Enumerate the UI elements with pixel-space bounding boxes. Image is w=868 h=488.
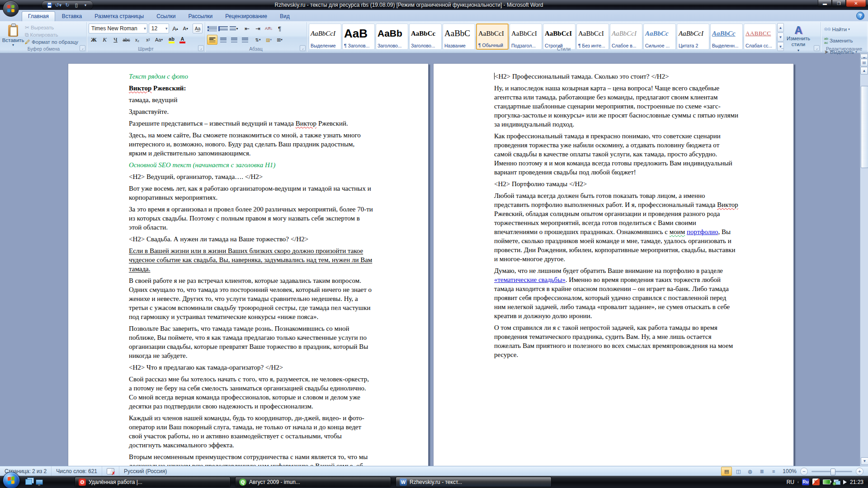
numbering-button[interactable] (218, 23, 228, 33)
tab-Ссылки[interactable]: Ссылки (151, 12, 181, 21)
undo-icon[interactable]: ↺▾ (55, 2, 62, 9)
bold-button[interactable]: Ж (89, 35, 99, 45)
taskbar-button-word[interactable]: WRzhevskiy.ru - текст... (396, 477, 552, 487)
outline-view-icon[interactable]: ≣ (756, 467, 767, 476)
scroll-up-icon[interactable]: ▲ (860, 67, 868, 75)
save-icon[interactable] (46, 2, 53, 9)
tray-expand-icon[interactable]: ‹ (797, 480, 799, 484)
document-canvas[interactable]: Текст рядом с фотоВиктор Ржевский:тамада… (0, 53, 868, 466)
restore-button[interactable]: ❐ (832, 0, 846, 7)
zoom-level[interactable]: 100% (783, 468, 797, 474)
show-desktop-icon[interactable] (34, 478, 44, 487)
word-count[interactable]: Число слов: 621 (52, 466, 102, 476)
kaspersky-icon[interactable]: K (812, 479, 820, 485)
cut-button[interactable]: ✂Вырезать (24, 24, 80, 31)
punto-switcher-icon[interactable]: Ru (802, 479, 809, 485)
editing-group-label: Редактирование (821, 46, 867, 52)
increase-indent-button[interactable]: ⇥ (253, 23, 263, 33)
zoom-out-icon[interactable]: − (800, 468, 808, 475)
show-hide-pilcrow-button[interactable]: ¶ (274, 23, 285, 33)
tab-Вид[interactable]: Вид (274, 12, 296, 21)
clipboard-dialog-launcher-icon[interactable]: ⌟ (80, 45, 85, 51)
find-button[interactable]: ⌾⌾Найти▾ (823, 24, 865, 34)
scroll-down-icon[interactable]: ▼ (861, 457, 868, 465)
office-button-icon[interactable] (3, 0, 19, 17)
clock[interactable]: 21:23 (850, 479, 863, 485)
fullscreen-reading-view-icon[interactable]: ◫ (733, 467, 744, 476)
clear-formatting-button[interactable]: A͟a (193, 23, 203, 33)
volume-icon[interactable] (843, 480, 847, 484)
line-spacing-button[interactable]: ⇅▾ (253, 35, 263, 45)
italic-button[interactable]: К (99, 35, 110, 45)
align-left-button[interactable] (207, 35, 217, 45)
paragraph-dialog-launcher-icon[interactable]: ⌟ (300, 45, 306, 51)
redo-icon[interactable]: ↻ (64, 2, 71, 9)
subscript-button[interactable]: x₂ (132, 35, 142, 45)
tab-Главная[interactable]: Главная (22, 11, 55, 21)
font-color-button[interactable]: А (177, 35, 188, 45)
superscript-button[interactable]: x² (143, 35, 153, 45)
hyperlink[interactable]: «тематические свадьбы» (494, 276, 566, 283)
format-painter-button[interactable]: 🖉Формат по образцу (24, 38, 80, 46)
grow-font-button[interactable]: A▴ (170, 23, 180, 33)
paragraph: Если в Вашей жизни или в жизни Ваших бли… (129, 246, 373, 273)
switch-windows-icon[interactable] (24, 478, 33, 487)
taskbar-button-qip[interactable]: QАвгуст 2009 - imun... (235, 477, 391, 487)
title-bar: ↺▾ ↻ ▯ ▾ Rzhevskiy.ru - тексты для ресур… (0, 0, 868, 10)
zoom-in-icon[interactable]: + (856, 468, 863, 475)
multilevel-list-button[interactable]: ▾ (229, 23, 239, 33)
scroll-thumb[interactable] (861, 86, 868, 168)
customize-qat-icon[interactable]: ▾ (82, 2, 89, 9)
zoom-slider[interactable] (811, 471, 852, 472)
tab-Рецензирование[interactable]: Рецензирование (219, 12, 273, 21)
keyboard-layout[interactable]: RU (787, 479, 794, 485)
web-layout-view-icon[interactable]: ◍ (745, 467, 755, 476)
paragraph: Думаю, что не лишним будет обратить Ваше… (494, 266, 738, 320)
copy-button[interactable]: ⧉Копировать (24, 31, 80, 38)
ruler-toggle-icon[interactable]: ▤ (860, 59, 868, 66)
align-center-button[interactable] (218, 35, 228, 45)
language-indicator[interactable]: Русский (Россия) (119, 466, 171, 476)
page-1-text[interactable]: Текст рядом с фотоВиктор Ржевский:тамада… (68, 64, 428, 466)
shading-button[interactable]: ▨▾ (264, 35, 274, 45)
page-2-text[interactable]: <H2> Профессиональный тамада. Сколько эт… (434, 64, 793, 359)
vertical-scrollbar[interactable]: ▂ ▤ ▲ ▼ (860, 53, 868, 466)
borders-button[interactable]: ⊞▾ (274, 35, 285, 45)
change-case-button[interactable]: Aa▾ (154, 35, 164, 45)
styles-scroll-down-icon[interactable]: ▼ (777, 33, 784, 42)
font-name-combo[interactable]: Times New Roman▾ (89, 23, 147, 33)
draft-view-icon[interactable]: ≡ (768, 467, 779, 476)
font-size-combo[interactable]: 12▾ (149, 23, 169, 33)
font-dialog-launcher-icon[interactable]: ⌟ (198, 45, 204, 51)
replace-button[interactable]: abacЗаменить (823, 35, 865, 46)
styles-dialog-launcher-icon[interactable]: ⌟ (814, 45, 820, 51)
tab-Вставка[interactable]: Вставка (56, 12, 88, 21)
styles-scroll-up-icon[interactable]: ▲ (777, 23, 784, 32)
tab-Рассылки[interactable]: Рассылки (182, 12, 218, 21)
hyperlink[interactable]: портфолио (687, 228, 718, 235)
underline-button[interactable]: Ч (110, 35, 121, 45)
taskbar-button-opera[interactable]: OУдалённая работа |... (75, 477, 231, 487)
align-right-button[interactable] (229, 35, 239, 45)
minimize-button[interactable]: ▬ (818, 0, 832, 7)
network-icon[interactable] (834, 479, 840, 484)
battery-icon[interactable] (823, 479, 830, 484)
decrease-indent-button[interactable]: ⇤ (242, 23, 252, 33)
highlight-button[interactable]: ab (166, 35, 177, 45)
sort-button[interactable]: АЯ↓ (264, 23, 274, 33)
print-preview-icon[interactable]: ▯ (73, 2, 80, 9)
taskbar-button-label: Rzhevskiy.ru - текст... (410, 479, 462, 485)
tab-Разметка страницы[interactable]: Разметка страницы (89, 12, 150, 21)
help-icon[interactable]: ? (856, 12, 864, 20)
justify-button[interactable] (240, 35, 250, 45)
paragraph: Вот уже восемь лет, как я работаю органи… (129, 184, 373, 202)
highlight-color-swatch (169, 42, 175, 43)
print-layout-view-icon[interactable]: ▤ (721, 467, 732, 476)
zoom-slider-thumb[interactable] (830, 469, 835, 475)
strikethrough-button[interactable]: abc (121, 35, 132, 45)
shrink-font-button[interactable]: A▾ (180, 23, 190, 33)
proofing-status[interactable] (102, 466, 119, 476)
close-button[interactable]: ✕ (846, 0, 866, 7)
start-button[interactable] (3, 472, 20, 488)
bullets-button[interactable] (207, 23, 217, 33)
